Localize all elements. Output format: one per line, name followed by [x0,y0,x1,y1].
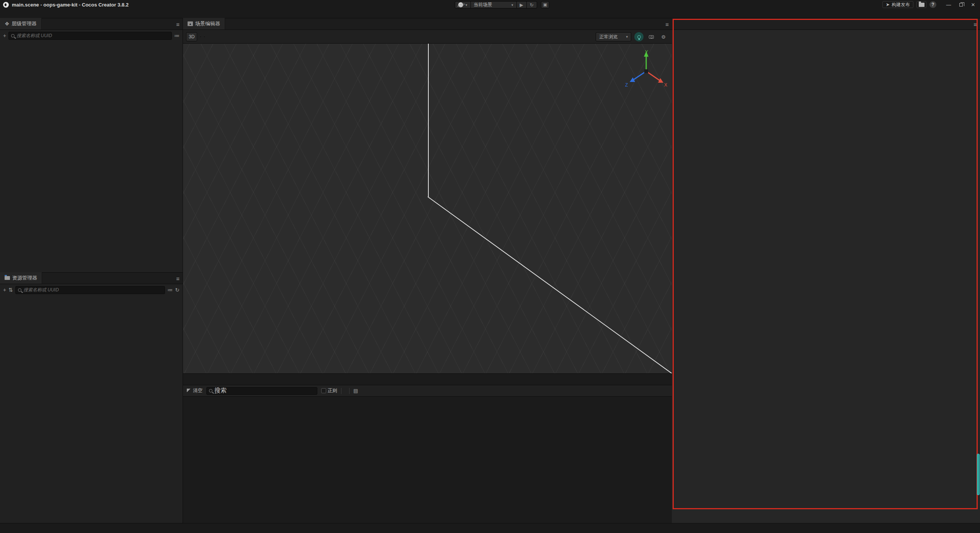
regex-label: 正则 [328,387,337,394]
camera-icon [649,35,654,39]
axis-line-diagonal [428,196,672,373]
qr-icon: ▣ [543,2,547,7]
view-mode-label: 正常浏览 [599,34,617,40]
hierarchy-panel: ❖ 层级管理器 ≡ + 搜索名称或 UUID ≔ [0,18,183,273]
center-column: ▲ 场景编辑器 ≡ 3D 正常浏览 ▾ ⚙ [183,18,672,523]
assets-search-input[interactable]: 搜索名称或 UUID [15,286,165,294]
play-icon: ▶ [520,2,523,8]
console-search-input[interactable]: 搜索 [206,387,317,395]
inspector-panel: ≡ [672,18,980,523]
panel-menu-icon[interactable]: ≡ [973,21,977,28]
scene-editor-tab[interactable]: ▲ 场景编辑器 [183,18,225,29]
folder-icon [919,3,924,7]
sort-icon[interactable]: ⇅ [8,287,13,293]
cocos-logo-icon [3,2,9,8]
hierarchy-search-placeholder: 搜索名称或 UUID [16,33,52,39]
window-title: main.scene - oops-game-kit - Cocos Creat… [12,2,129,8]
minimize-button[interactable]: — [943,0,954,9]
scene-select[interactable]: 当前场景 ▾ [471,2,517,8]
build-publish-button[interactable]: ➤ 构建发布 [882,1,913,8]
restore-button[interactable] [956,0,966,9]
checkbox-icon [321,388,326,393]
assets-title: 资源管理器 [12,275,37,281]
hierarchy-tab[interactable]: ❖ 层级管理器 [0,18,42,29]
filter-icon[interactable]: ≔ [174,33,180,39]
titlebar-right: ➤ 构建发布 ? — ✕ [882,0,978,9]
collapse-log-icon[interactable]: ▤ [353,388,358,394]
console-clear-button[interactable]: 清空 [187,387,203,394]
build-icon: ➤ [886,2,890,7]
scene-select-label: 当前场景 [474,2,492,8]
build-publish-label: 构建发布 [892,2,910,8]
transform-tools [200,36,201,37]
add-node-button[interactable]: + [3,33,6,39]
orientation-gizmo[interactable]: Y X Z [621,48,671,94]
assets-panel: 资源管理器 ≡ + ⇅ 搜索名称或 UUID ≔ ↻ [0,273,183,523]
close-button[interactable]: ✕ [968,0,978,9]
scene-toolbar: 3D 正常浏览 ▾ ⚙ [183,30,672,44]
chevron-down-icon: ▾ [626,35,628,39]
layers-icon: ❖ [5,21,10,27]
refresh-icon[interactable]: ↻ [175,287,180,293]
inspector-tabbar: ≡ [672,18,980,30]
cocos-creator-window: main.scene - oops-game-kit - Cocos Creat… [0,0,980,533]
regex-checkbox[interactable]: 正则 [321,387,337,394]
scene-tab-icon: ▲ [188,21,193,26]
framework-config-body [672,30,980,523]
filter-icon[interactable]: ≔ [167,287,173,293]
search-icon [11,34,15,38]
restart-button[interactable]: ↻ [527,2,537,8]
assets-tab[interactable]: 资源管理器 [0,272,42,284]
hierarchy-search-input[interactable]: 搜索名称或 UUID [8,32,172,40]
light-toggle-button[interactable] [634,32,644,41]
platform-select[interactable]: ▾ [455,2,471,8]
restart-icon: ↻ [530,2,534,8]
open-project-folder-button[interactable] [916,1,926,8]
gizmo-y-label: Y [645,49,648,55]
console-logs [183,397,672,523]
panel-menu-icon[interactable]: ≡ [665,21,669,28]
assets-icon [5,276,10,280]
restore-icon [959,3,963,7]
bulb-icon [637,35,641,39]
console-toolbar: 清空 搜索 正则 ▤ [183,385,672,397]
camera-settings-button[interactable] [647,32,656,41]
left-column: ❖ 层级管理器 ≡ + 搜索名称或 UUID ≔ 资源管理器 [0,18,183,523]
chevron-down-icon: ▾ [511,3,513,7]
3d-mode-button[interactable]: 3D [186,32,197,41]
preview-qr-button[interactable]: ▣ [541,1,549,8]
broom-icon [187,389,191,393]
console-tabbar [183,374,672,385]
scene-settings-button[interactable]: ⚙ [659,32,668,41]
menu-bar [0,9,980,18]
gear-icon: ⚙ [661,34,666,40]
assets-search-placeholder: 搜索名称或 UUID [23,287,59,293]
snap-tools [204,36,205,37]
hierarchy-title: 层级管理器 [12,20,37,27]
scene-editor-panel: ▲ 场景编辑器 ≡ 3D 正常浏览 ▾ ⚙ [183,18,672,373]
axis-line-vertical [428,44,429,197]
gizmo-z-label: Z [625,82,628,88]
search-icon [209,389,212,392]
console-panel: 清空 搜索 正则 ▤ [183,373,672,523]
help-button[interactable]: ? [929,1,936,8]
panel-menu-icon[interactable]: ≡ [176,21,180,28]
panel-menu-icon[interactable]: ≡ [176,275,180,282]
search-icon [18,288,21,292]
top-toolbar: ▾ 当前场景 ▾ ▶ ↻ ▣ [455,1,549,8]
planet-icon [458,2,463,7]
scene-viewport[interactable]: Y X Z [183,44,672,373]
status-bar [0,523,980,533]
view-mode-select[interactable]: 正常浏览 ▾ [596,32,631,41]
scrollbar-thumb[interactable] [977,454,980,495]
gizmo-x-label: X [664,82,667,88]
add-asset-button[interactable]: + [3,287,6,293]
chevron-down-icon: ▾ [466,3,467,7]
console-search-placeholder: 搜索 [214,387,227,395]
console-clear-label: 清空 [193,387,203,394]
scene-editor-title: 场景编辑器 [195,20,220,27]
play-button[interactable]: ▶ [517,2,527,8]
